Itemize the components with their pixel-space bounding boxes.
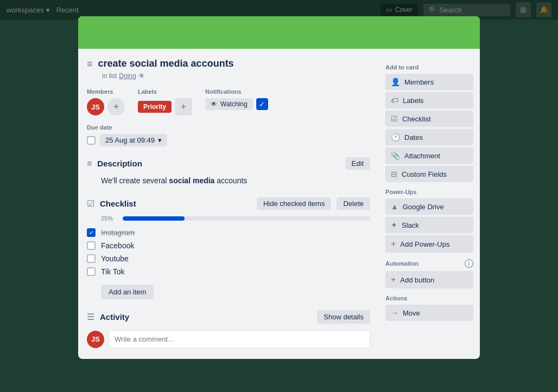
eye-icon-watching: 👁 [211,100,217,108]
watching-check[interactable]: ✓ [256,98,268,110]
add-member-button[interactable]: + [107,98,125,115]
modal-overlay: ≡ create social media accounts in list D… [0,0,558,392]
checklist-item: Youtube [87,252,370,265]
member-avatar[interactable]: JS [87,98,104,115]
slack-button[interactable]: ✦ Slack [385,217,473,233]
checklist-item: Facebook [87,239,370,252]
description-title: Description [97,159,339,168]
labels-label: Labels [138,88,192,95]
description-text: We'll create several social media accoun… [101,175,370,187]
notifications-section: Notifications 👁 Watching ✓ [205,88,268,110]
add-power-ups-button[interactable]: + Add Power-Ups [385,235,473,253]
activity-comment-input[interactable] [109,330,370,348]
chevron-down-icon: ▾ [158,136,162,144]
add-item-button[interactable]: Add an item [101,285,154,299]
hide-checked-button[interactable]: Hide checked items [257,197,331,210]
checklist-sidebar-button[interactable]: ☑ Checklist [385,111,473,127]
info-icon[interactable]: i [465,259,473,268]
checklist-checkbox-0[interactable]: ✓ [87,228,96,237]
card-title[interactable]: create social media accounts [98,57,234,70]
checklist-sidebar-icon: ☑ [391,114,398,123]
card-title-icon: ≡ [87,59,93,70]
card-cover [78,16,480,49]
show-details-button[interactable]: Show details [317,310,370,324]
checklist-checkbox-2[interactable] [87,254,96,263]
checklist-item-label-0: Instagram [101,228,135,237]
members-section: Members JS + [87,88,125,115]
tag-icon: 🏷 [391,96,398,105]
members-content: JS + [87,98,125,115]
activity-header: ☰ Activity [87,312,317,322]
list-name-link[interactable]: Doing [119,72,136,80]
card-list-info: in list Doing 👁 [102,72,370,80]
checklist-item: ✓ Instagram [87,226,370,239]
checklist-checkbox-3[interactable] [87,267,96,276]
labels-sidebar-button[interactable]: 🏷 Labels [385,92,473,108]
members-label: Members [87,88,125,95]
activity-avatar: JS [87,331,104,348]
checklist-title: Checklist [100,199,251,208]
due-date-label: Due date [87,124,370,131]
dates-sidebar-button[interactable]: 🕐 Dates [385,129,473,145]
google-drive-button[interactable]: ▲ Google Drive [385,198,473,215]
add-label-button[interactable]: + [175,98,192,115]
notifications-label: Notifications [205,88,268,95]
activity-title: Activity [100,312,317,322]
checklist-item: Tik Tok [87,265,370,278]
watching-badge[interactable]: 👁 Watching [205,98,253,110]
checklist-icon: ☑ [87,198,94,209]
card-title-row: ≡ create social media accounts [87,57,370,70]
progress-percent: 25% [101,215,117,222]
watching-label: Watching [220,100,248,108]
checklist-items: ✓ Instagram Facebook Youtube Tik Tok [87,226,370,278]
plus-icon-automation: + [391,275,396,285]
plus-icon: + [391,239,396,249]
card-main: ≡ create social media accounts in list D… [78,49,379,359]
notifications-content: 👁 Watching ✓ [205,98,268,110]
automation-title: Automation [385,260,418,267]
due-date-checkbox[interactable] [87,136,96,145]
paperclip-icon: 📎 [391,151,400,160]
in-list-text: in list [102,72,117,80]
card-body: ≡ create social media accounts in list D… [78,49,480,359]
card-modal: ≡ create social media accounts in list D… [78,16,480,359]
checklist-checkbox-1[interactable] [87,241,96,250]
custom-fields-sidebar-button[interactable]: ⊟ Custom Fields [385,166,473,182]
add-button-button[interactable]: + Add button [385,271,473,288]
arrow-right-icon: → [391,309,398,317]
checklist-item-label-1: Facebook [101,241,134,250]
priority-badge[interactable]: Priority [138,101,172,113]
activity-row: ☰ Activity Show details [87,310,370,324]
labels-section: Labels Priority + [138,88,192,115]
checklist-item-label-2: Youtube [101,254,129,263]
checklist-header: ☑ Checklist Hide checked items Delete [87,197,370,210]
activity-icon: ☰ [87,312,94,322]
labels-content: Priority + [138,98,192,115]
automation-row: Automation i [385,259,473,268]
description-icon: ≡ [87,159,92,169]
due-date-value[interactable]: 25 Aug at 09:49 ▾ [100,134,167,146]
card-right-sidebar: Add to card 👤 Members 🏷 Labels ☑ Checkli… [379,49,480,359]
actions-title: Actions [385,295,473,301]
slack-icon: ✦ [391,221,397,229]
attachment-sidebar-button[interactable]: 📎 Attachment [385,147,473,164]
custom-fields-icon: ⊟ [391,170,397,178]
checklist-item-label-3: Tik Tok [101,267,125,276]
power-ups-title: Power-Ups [385,189,473,195]
activity-input-row: JS [87,330,370,348]
card-meta-row: Members JS + Labels Prior [87,88,370,115]
due-date-row: Due date 25 Aug at 09:49 ▾ [87,124,370,146]
progress-bar-fill [123,216,185,221]
clock-icon: 🕐 [391,133,400,142]
progress-row: 25% [101,215,370,222]
description-header: ≡ Description Edit [87,157,370,170]
person-icon: 👤 [391,78,400,86]
move-button[interactable]: → Move [385,305,473,321]
delete-checklist-button[interactable]: Delete [337,197,370,210]
members-sidebar-button[interactable]: 👤 Members [385,74,473,90]
edit-description-button[interactable]: Edit [345,157,370,170]
progress-bar-background [123,216,370,221]
due-date-btn: 25 Aug at 09:49 ▾ [87,134,370,146]
add-to-card-title: Add to card [385,64,473,70]
eye-icon: 👁 [138,72,145,80]
